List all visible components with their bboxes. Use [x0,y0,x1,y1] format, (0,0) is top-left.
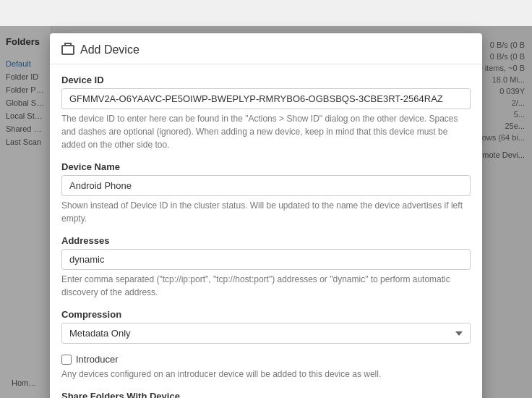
modal-title: Add Device [80,43,140,56]
device-name-label: Device Name [61,161,471,172]
compression-group: Compression Metadata Only All Data Nothi… [61,309,471,344]
addresses-group: Addresses Enter comma separated ("tcp://… [61,235,471,299]
share-folders-group: Share Folders With Device Select the fol… [61,391,471,398]
modal-header: Add Device [50,33,482,64]
device-name-input[interactable] [61,175,471,196]
addresses-input[interactable] [61,249,471,270]
modal-overlay: Add Device Device ID The device ID to en… [0,26,532,398]
addresses-help: Enter comma separated ("tcp://ip:port", … [61,273,471,299]
device-name-help: Shown instead of Device ID in the cluste… [61,199,471,225]
compression-select[interactable]: Metadata Only All Data Nothing [61,323,471,344]
device-id-help: The device ID to enter here can be found… [61,112,471,151]
introducer-checkbox[interactable] [61,355,72,365]
modal-body: Device ID The device ID to enter here ca… [50,64,482,398]
device-id-label: Device ID [61,75,471,85]
introducer-label[interactable]: Introducer [76,354,119,365]
introducer-group: Introducer Any devices configured on an … [61,354,471,381]
device-id-input[interactable] [61,88,471,109]
addresses-label: Addresses [61,235,471,246]
compression-label: Compression [61,309,471,320]
introducer-checkbox-group: Introducer [61,354,471,365]
device-id-group: Device ID The device ID to enter here ca… [61,75,471,151]
monitor-icon [61,45,74,55]
device-name-group: Device Name Shown instead of Device ID i… [61,161,471,225]
add-device-modal: Add Device Device ID The device ID to en… [50,33,482,398]
share-folders-label: Share Folders With Device [61,391,471,398]
introducer-help: Any devices configured on an introducer … [61,368,471,381]
